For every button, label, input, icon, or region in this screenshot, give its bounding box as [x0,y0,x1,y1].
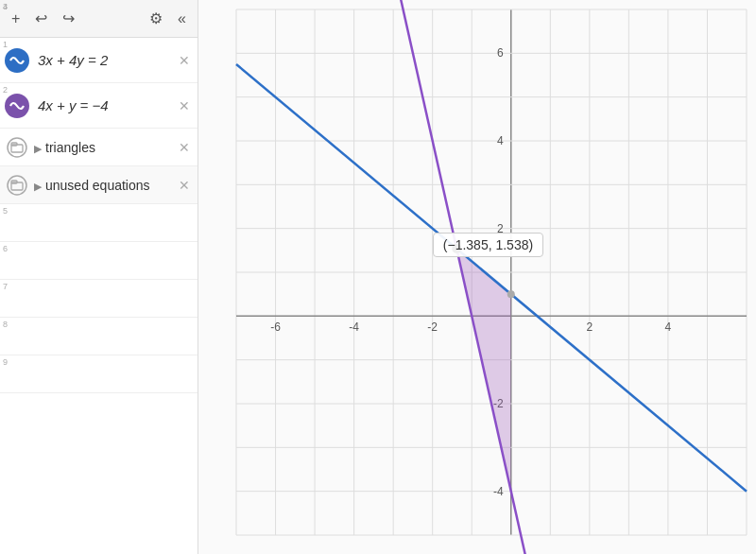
svg-point-48 [507,290,515,298]
eq-row-num-7: 7 [0,280,10,293]
svg-text:6: 6 [497,46,504,60]
eq-row-num-9: 9 [0,355,10,369]
eq-row-num-6: 6 [0,242,10,255]
svg-text:-6: -6 [270,320,281,334]
eq-row-num-1: 1 [0,38,10,51]
folder-icon-3 [0,129,34,165]
collapse-button[interactable]: « [174,9,190,29]
eq-text-2: 4x + y = −4 [34,97,171,113]
equation-item-6[interactable]: 6 [0,242,198,280]
toolbar: + ↩ ↪ ⚙ « [0,0,198,38]
equation-item-1[interactable]: 1 3x + 4y = 2 ✕ [0,38,198,83]
redo-button[interactable]: ↪ [59,8,78,29]
desmos-icon-2 [9,97,26,114]
graph-svg: -6-4-224-4-2246 [198,0,756,554]
svg-text:2: 2 [497,222,504,235]
svg-text:4: 4 [665,320,672,334]
equation-item-8[interactable]: 8 [0,318,198,355]
eq-row-num-5: 5 [0,204,10,217]
equation-item-2[interactable]: 2 4x + y = −4 ✕ [0,83,198,129]
svg-text:4: 4 [497,134,504,147]
folder-triangles-label: ▶triangles [34,140,171,155]
folder-unused-equations-label: ▶unused equations [34,178,171,193]
eq-close-2[interactable]: ✕ [171,83,198,128]
eq-row-num-8: 8 [0,318,10,331]
desmos-icon-1 [9,52,26,69]
svg-text:-4: -4 [493,485,504,498]
svg-text:-2: -2 [427,320,438,334]
equation-item-5[interactable]: 5 [0,204,198,242]
folder-close-4[interactable]: ✕ [171,166,198,203]
equation-list: 1 3x + 4y = 2 ✕ 2 [0,38,198,554]
undo-button[interactable]: ↩ [31,8,51,29]
folder-triangles[interactable]: 3 ▶triangles ✕ [0,129,198,166]
folder-unused-equations[interactable]: 4 ▶unused equations ✕ [0,166,198,204]
equation-item-7[interactable]: 7 [0,280,198,318]
sidebar: + ↩ ↪ ⚙ « 1 3x + 4y = 2 ✕ 2 [0,0,198,554]
folder-circle-icon [7,137,27,158]
equation-item-9[interactable]: 9 [0,355,198,393]
folder-icon-4 [0,166,34,203]
graph-area[interactable]: -6-4-224-4-2246 (−1.385, 1.538) [198,0,756,554]
svg-point-0 [8,138,26,157]
eq-row-num-2: 2 [0,83,10,96]
folder-close-3[interactable]: ✕ [171,129,198,165]
eq-text-1: 3x + 4y = 2 [34,52,171,68]
eq-close-1[interactable]: ✕ [171,38,198,82]
settings-button[interactable]: ⚙ [146,8,166,29]
svg-point-47 [452,244,461,253]
folder-circle-icon-2 [7,175,27,196]
svg-text:2: 2 [587,320,593,334]
svg-text:-4: -4 [349,320,359,334]
svg-point-3 [8,176,26,195]
